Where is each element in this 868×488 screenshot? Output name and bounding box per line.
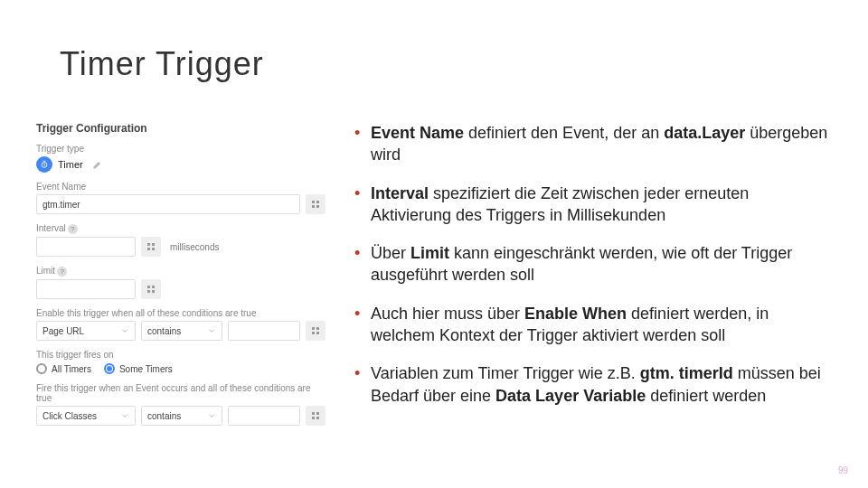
chevron-down-icon xyxy=(120,326,129,335)
bullet-item: Über Limit kann eingeschränkt werden, wi… xyxy=(353,242,832,286)
svg-rect-14 xyxy=(316,327,319,330)
timer-icon xyxy=(36,156,52,173)
chevron-down-icon xyxy=(207,411,216,420)
help-icon[interactable]: ? xyxy=(68,224,78,234)
svg-rect-15 xyxy=(312,332,315,334)
bullet-item: Auch hier muss über Enable When definier… xyxy=(353,303,832,347)
trigger-type-label: Trigger type xyxy=(36,144,326,154)
bullet-item: Event Name definiert den Event, der an d… xyxy=(353,122,832,166)
page-number: 99 xyxy=(838,465,848,475)
limit-label: Limit? xyxy=(36,266,326,277)
svg-rect-11 xyxy=(147,290,150,293)
limit-input[interactable] xyxy=(36,279,136,299)
svg-rect-5 xyxy=(147,243,150,246)
svg-rect-16 xyxy=(316,332,319,334)
svg-rect-4 xyxy=(316,205,319,208)
svg-rect-9 xyxy=(147,286,150,288)
event-name-input[interactable]: gtm.timer xyxy=(36,194,300,214)
bullet-item: Interval spezifiziert die Zeit zwischen … xyxy=(353,183,832,227)
svg-rect-19 xyxy=(312,417,315,419)
enable-op-select[interactable]: contains xyxy=(141,321,222,341)
event-name-label: Event Name xyxy=(36,182,326,192)
svg-rect-8 xyxy=(152,248,155,250)
svg-rect-6 xyxy=(152,243,155,246)
enable-value-input[interactable] xyxy=(228,321,300,341)
enable-var-select[interactable]: Page URL xyxy=(36,321,136,341)
timer-type-text: Timer xyxy=(58,159,83,170)
svg-rect-20 xyxy=(316,417,319,419)
radio-some-timers[interactable]: Some Timers xyxy=(104,363,173,374)
variable-picker-icon[interactable] xyxy=(306,321,326,341)
variable-picker-icon[interactable] xyxy=(306,406,326,426)
enable-when-label: Enable this trigger when all of these co… xyxy=(36,308,326,318)
svg-rect-18 xyxy=(316,412,319,415)
chevron-down-icon xyxy=(207,326,216,335)
help-icon[interactable]: ? xyxy=(57,267,67,277)
interval-input[interactable] xyxy=(36,237,136,257)
radio-all-timers[interactable]: All Timers xyxy=(36,363,91,374)
svg-rect-1 xyxy=(312,201,315,203)
gtm-screenshot: Trigger Configuration Trigger type Timer… xyxy=(36,122,326,426)
variable-picker-icon[interactable] xyxy=(141,237,161,257)
fire-op-select[interactable]: contains xyxy=(141,406,222,426)
slide: Timer Trigger Trigger Configuration Trig… xyxy=(0,0,868,488)
interval-label: Interval? xyxy=(36,223,326,234)
variable-picker-icon[interactable] xyxy=(141,279,161,299)
interval-unit: milliseconds xyxy=(170,242,219,252)
svg-rect-3 xyxy=(312,205,315,208)
chevron-down-icon xyxy=(120,411,129,420)
fires-on-label: This trigger fires on xyxy=(36,350,326,360)
fire-condition-label: Fire this trigger when an Event occurs a… xyxy=(36,383,326,403)
svg-rect-7 xyxy=(147,248,150,250)
config-header: Trigger Configuration xyxy=(36,122,326,135)
slide-title: Timer Trigger xyxy=(60,45,264,83)
svg-rect-2 xyxy=(316,201,319,203)
bullet-item: Variablen zum Timer Trigger wie z.B. gtm… xyxy=(353,362,832,407)
svg-rect-12 xyxy=(152,290,155,293)
fire-value-input[interactable] xyxy=(228,406,300,426)
fire-var-select[interactable]: Click Classes xyxy=(36,406,136,426)
svg-rect-13 xyxy=(312,327,315,330)
trigger-type-row: Timer xyxy=(36,156,326,173)
content-area: Event Name definiert den Event, der an d… xyxy=(353,122,832,423)
edit-icon[interactable] xyxy=(92,159,103,170)
variable-picker-icon[interactable] xyxy=(306,194,326,214)
svg-rect-10 xyxy=(152,286,155,288)
bullet-list: Event Name definiert den Event, der an d… xyxy=(353,122,832,407)
svg-rect-17 xyxy=(312,412,315,415)
